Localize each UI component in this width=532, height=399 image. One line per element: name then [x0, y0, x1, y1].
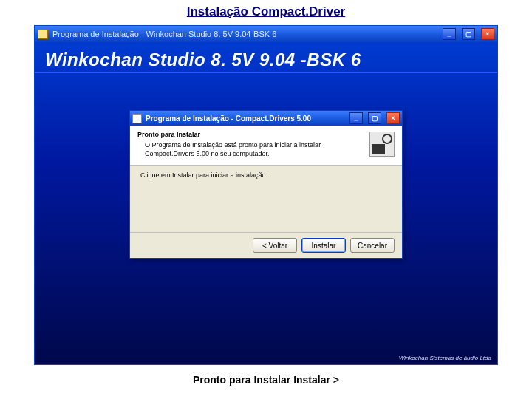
dialog-app-icon	[132, 114, 142, 123]
dialog-body: Clique em Instalar para iniciar a instal…	[130, 166, 402, 232]
dialog-titlebar[interactable]: Programa de Instalação - Compact.Drivers…	[130, 111, 402, 126]
dialog-header-subtitle: O Programa de Instalação está pronto par…	[137, 140, 352, 158]
page-title: Instalação Compact.Driver	[0, 0, 532, 25]
product-banner: Winkochan Studio 8. 5V 9.04 -BSK 6	[35, 42, 497, 73]
dialog-header-title: Pronto para Instalar	[137, 130, 352, 139]
app-icon	[38, 29, 48, 39]
dialog-header: Pronto para Instalar O Programa de Insta…	[130, 126, 402, 166]
install-button[interactable]: Instalar	[301, 238, 346, 253]
dialog-minimize-button[interactable]: _	[349, 112, 363, 124]
back-button[interactable]: < Voltar	[253, 238, 297, 253]
dialog-instruction-text: Clique em Instalar para iniciar a instal…	[140, 171, 392, 179]
parent-installer-window: Programa de Instalação - Winkochan Studi…	[34, 25, 498, 365]
close-button[interactable]: ×	[481, 28, 494, 40]
maximize-button[interactable]: ▢	[462, 28, 475, 40]
installer-icon	[369, 132, 395, 157]
page-caption: Pronto para Instalar Instalar >	[0, 365, 532, 395]
parent-titlebar[interactable]: Programa de Instalação - Winkochan Studi…	[35, 26, 497, 42]
dialog-button-bar: < Voltar Instalar Cancelar	[130, 232, 402, 258]
cancel-button[interactable]: Cancelar	[350, 238, 395, 253]
minimize-button[interactable]: _	[443, 28, 456, 40]
dialog-header-text: Pronto para Instalar O Programa de Insta…	[137, 130, 352, 158]
dialog-close-button[interactable]: ×	[386, 112, 400, 124]
dialog-maximize-button[interactable]: ▢	[368, 112, 381, 124]
parent-window-title: Programa de Instalação - Winkochan Studi…	[52, 30, 437, 38]
installer-dialog: Programa de Instalação - Compact.Drivers…	[129, 110, 403, 259]
dialog-title: Programa de Instalação - Compact.Drivers…	[146, 115, 344, 123]
brand-footer: Winkochan Sistemas de áudio Ltda	[399, 355, 491, 361]
parent-window-body: Programa de Instalação - Compact.Drivers…	[35, 73, 497, 364]
